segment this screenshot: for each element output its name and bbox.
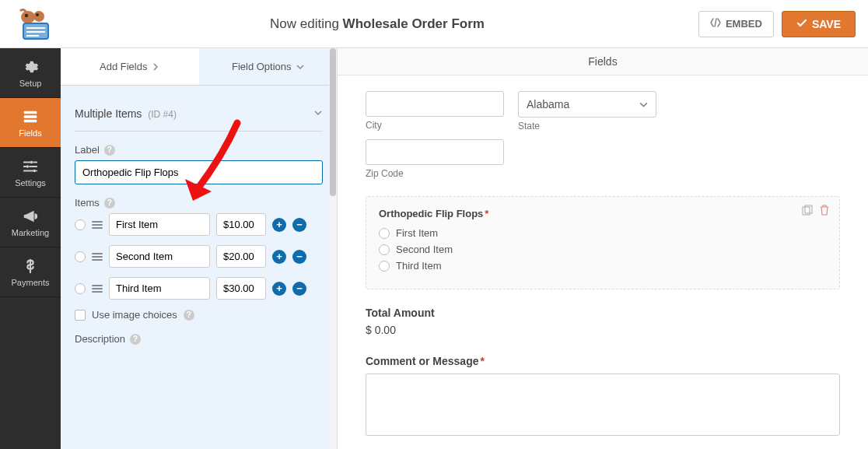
item-row: + − bbox=[75, 277, 323, 300]
main-body: Setup Fields Settings Marketing Payments… bbox=[0, 48, 868, 449]
svg-point-7 bbox=[36, 13, 39, 16]
scrollbar-thumb[interactable] bbox=[330, 48, 336, 196]
sliders-icon bbox=[22, 158, 39, 175]
option-row[interactable]: First Item bbox=[379, 227, 827, 239]
editing-prefix: Now editing bbox=[270, 16, 339, 31]
city-group: City bbox=[366, 91, 504, 132]
svg-point-12 bbox=[26, 165, 30, 168]
drag-handle-icon[interactable] bbox=[92, 285, 103, 293]
option-row[interactable]: Third Item bbox=[379, 260, 827, 272]
trash-icon[interactable] bbox=[819, 205, 830, 216]
remove-item-button[interactable]: − bbox=[292, 282, 306, 296]
nav-setup-label: Setup bbox=[19, 79, 42, 88]
zip-label: Zip Code bbox=[366, 168, 840, 179]
embed-button[interactable]: EMBED bbox=[698, 11, 774, 37]
panel-tabs: Add Fields Field Options bbox=[61, 48, 337, 86]
nav-marketing-label: Marketing bbox=[12, 228, 49, 237]
panel-body: Multiple Items (ID #4) Label ? Items ? bbox=[61, 86, 337, 349]
radio-icon[interactable] bbox=[75, 251, 86, 262]
preview-header: Fields bbox=[338, 48, 868, 75]
zip-input[interactable] bbox=[366, 139, 504, 165]
svg-rect-8 bbox=[24, 110, 37, 114]
chevron-down-icon bbox=[639, 100, 648, 109]
code-icon bbox=[710, 18, 721, 30]
item-row: + − bbox=[75, 245, 323, 268]
use-image-choices-label: Use image choices bbox=[92, 309, 177, 321]
drag-handle-icon[interactable] bbox=[92, 221, 103, 229]
tab-field-options[interactable]: Field Options bbox=[199, 48, 338, 85]
state-value: Alabama bbox=[527, 98, 569, 110]
item-price-input[interactable] bbox=[216, 213, 266, 236]
address-row: City Alabama State bbox=[366, 91, 840, 132]
item-price-input[interactable] bbox=[216, 277, 266, 300]
radio-icon[interactable] bbox=[75, 219, 86, 230]
scrollbar[interactable] bbox=[329, 48, 337, 449]
svg-rect-10 bbox=[24, 119, 37, 122]
preview-panel: Fields City Alabama State Zip Code bbox=[338, 48, 868, 449]
city-input[interactable] bbox=[366, 91, 504, 117]
nav-payments[interactable]: Payments bbox=[0, 247, 61, 297]
save-label: SAVE bbox=[812, 18, 841, 30]
multiple-items-fieldset[interactable]: Orthopedic Flip Flops* First Item Second… bbox=[366, 196, 840, 289]
help-icon[interactable]: ? bbox=[104, 198, 115, 209]
help-icon[interactable]: ? bbox=[130, 334, 141, 345]
nav-settings[interactable]: Settings bbox=[0, 148, 61, 198]
item-name-input[interactable] bbox=[109, 213, 210, 236]
drag-handle-icon[interactable] bbox=[92, 253, 103, 261]
help-icon[interactable]: ? bbox=[104, 145, 115, 156]
tab-add-label: Add Fields bbox=[100, 61, 147, 72]
nav-fields[interactable]: Fields bbox=[0, 98, 61, 148]
item-name-input[interactable] bbox=[109, 245, 210, 268]
state-label: State bbox=[518, 121, 656, 132]
fieldset-title: Orthopedic Flip Flops* bbox=[379, 208, 827, 219]
section-name: Multiple Items bbox=[75, 107, 142, 120]
use-image-choices-row[interactable]: Use image choices ? bbox=[75, 309, 323, 321]
description-label: Description bbox=[75, 333, 125, 345]
total-label: Total Amount bbox=[366, 307, 840, 319]
nav-marketing[interactable]: Marketing bbox=[0, 198, 61, 247]
svg-rect-9 bbox=[24, 115, 37, 118]
label-group: Label ? bbox=[75, 144, 323, 184]
item-price-input[interactable] bbox=[216, 245, 266, 268]
section-id: (ID #4) bbox=[148, 109, 177, 120]
label-label: Label bbox=[75, 144, 100, 156]
comment-textarea[interactable] bbox=[366, 374, 840, 436]
comment-label: Comment or Message* bbox=[366, 355, 840, 367]
add-item-button[interactable]: + bbox=[272, 250, 286, 264]
radio-icon[interactable] bbox=[379, 261, 390, 272]
state-group: Alabama State bbox=[518, 91, 656, 132]
label-input[interactable] bbox=[75, 160, 323, 184]
duplicate-icon[interactable] bbox=[802, 205, 813, 216]
gear-icon bbox=[22, 58, 39, 75]
zip-group: Zip Code bbox=[366, 139, 840, 179]
list-icon bbox=[22, 108, 39, 125]
label-label-row: Label ? bbox=[75, 144, 323, 156]
remove-item-button[interactable]: − bbox=[292, 250, 306, 264]
save-button[interactable]: SAVE bbox=[782, 11, 856, 37]
checkbox-icon[interactable] bbox=[75, 310, 86, 321]
nav-setup[interactable]: Setup bbox=[0, 48, 61, 98]
fieldset-actions bbox=[802, 205, 830, 216]
add-item-button[interactable]: + bbox=[272, 282, 286, 296]
radio-icon[interactable] bbox=[75, 283, 86, 294]
chevron-down-icon bbox=[296, 63, 304, 71]
chevron-right-icon bbox=[152, 63, 159, 71]
option-row[interactable]: Second Item bbox=[379, 244, 827, 255]
vertical-nav: Setup Fields Settings Marketing Payments bbox=[0, 48, 61, 449]
items-label: Items bbox=[75, 197, 100, 209]
item-name-input[interactable] bbox=[109, 277, 210, 300]
svg-point-1 bbox=[33, 11, 44, 22]
remove-item-button[interactable]: − bbox=[292, 218, 306, 232]
svg-point-11 bbox=[30, 160, 33, 163]
radio-icon[interactable] bbox=[379, 228, 390, 239]
embed-label: EMBED bbox=[726, 18, 762, 30]
tab-add-fields[interactable]: Add Fields bbox=[61, 48, 199, 85]
help-icon[interactable]: ? bbox=[184, 310, 194, 321]
preview-body: City Alabama State Zip Code bbox=[338, 75, 868, 449]
section-header[interactable]: Multiple Items (ID #4) bbox=[75, 100, 323, 132]
check-icon bbox=[796, 18, 807, 30]
megaphone-icon bbox=[22, 208, 39, 225]
state-select[interactable]: Alabama bbox=[518, 91, 656, 118]
radio-icon[interactable] bbox=[379, 244, 390, 255]
add-item-button[interactable]: + bbox=[272, 218, 286, 232]
